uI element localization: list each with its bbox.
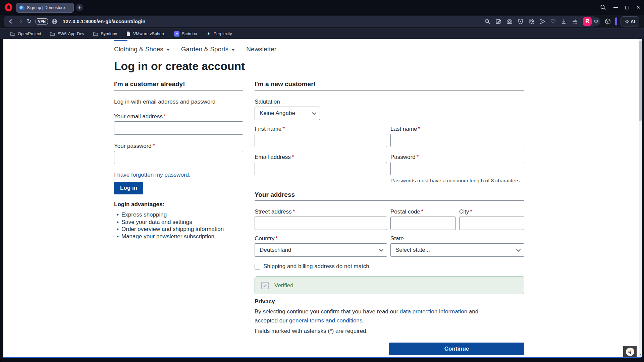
nav-item-garden-sports[interactable]: Garden & Sports — [181, 46, 235, 53]
heart-icon[interactable]: ♡ — [551, 19, 556, 24]
first-name-label: First name* — [255, 126, 285, 132]
cube-extension-icon[interactable] — [604, 18, 611, 25]
folder-icon — [10, 31, 15, 37]
close-button[interactable]: × — [636, 4, 640, 10]
forgot-password-link[interactable]: I have forgotten my password. — [114, 172, 191, 178]
nav-item-newsletter[interactable]: Newsletter — [246, 46, 276, 53]
purple-extension-icon[interactable] — [615, 17, 617, 25]
scrimba-icon: ~ — [174, 31, 179, 37]
state-select[interactable]: Select state... — [390, 243, 524, 257]
country-select[interactable]: Deutschland — [255, 243, 387, 257]
required-mark: * — [421, 208, 424, 215]
captcha-verified-box: ✓ Verified — [255, 277, 524, 294]
divider — [114, 90, 243, 91]
login-button[interactable]: Log in — [114, 182, 143, 194]
bookmark-scrimba[interactable]: ~ Scrimba — [174, 31, 197, 37]
bookmark-sw6-app-dev[interactable]: SW6-App-Dev — [50, 31, 84, 37]
aria-ai-button[interactable]: AI — [621, 16, 639, 26]
maximize-button[interactable] — [625, 6, 629, 9]
login-password-label: Your password* — [114, 143, 155, 149]
register-password-input[interactable] — [390, 162, 524, 175]
translate-icon[interactable] — [529, 18, 535, 24]
camera-icon[interactable] — [506, 18, 513, 24]
salutation-select[interactable]: Keine Angabe — [255, 107, 320, 120]
advantage-item: Manage your newsletter subscription — [115, 233, 224, 240]
adblock-shield-icon[interactable] — [518, 18, 524, 24]
required-mark: * — [293, 208, 295, 215]
privacy-text: . — [362, 317, 364, 324]
divider — [255, 200, 524, 201]
verified-checkbox[interactable]: ✓ — [261, 282, 269, 289]
continue-button[interactable]: Continue — [389, 343, 524, 355]
page-scrollbar[interactable]: ▼ — [639, 39, 642, 357]
first-name-input[interactable] — [255, 134, 387, 147]
register-email-input[interactable] — [255, 162, 387, 175]
download-icon[interactable] — [561, 18, 567, 24]
country-label: Country* — [255, 235, 278, 242]
login-password-input[interactable] — [114, 151, 243, 164]
nav-item-clothing-shoes[interactable]: Clothing & Shoes — [114, 46, 170, 53]
city-input[interactable] — [459, 217, 524, 230]
vpn-badge[interactable]: VPN — [36, 18, 48, 24]
bookmark-label: SW6-App-Dev — [57, 32, 84, 36]
terms-link[interactable]: general terms and conditions — [289, 317, 362, 324]
bookmarks-bar: OpenProject SW6-App-Dev Symfony VMware v… — [0, 28, 644, 39]
street-label: Street address* — [255, 208, 295, 215]
new-tab-button[interactable]: + — [76, 4, 83, 11]
chevron-down-icon — [379, 247, 383, 252]
advantage-item: Order overview and shipping information — [115, 226, 224, 233]
minimize-button[interactable] — [613, 7, 618, 8]
salutation-label: Salutation — [255, 99, 280, 105]
address-bar-actions: ♡ R — [484, 17, 592, 26]
login-advantages-title: Login advantages: — [114, 201, 164, 208]
login-advantages-list: Express shopping Save your data and sett… — [115, 211, 224, 240]
bookmark-label: Scrimba — [182, 32, 197, 36]
edit-snapshot-icon[interactable] — [495, 18, 501, 24]
last-name-input[interactable] — [390, 134, 524, 147]
sidebar-settings-icon[interactable] — [572, 18, 578, 24]
bug-extension-icon[interactable]: ⚙ — [592, 17, 600, 26]
site-globe-icon[interactable] — [51, 18, 57, 24]
required-mark: * — [164, 113, 166, 120]
bookmark-perplexity[interactable]: ∗ Perplexity — [206, 31, 232, 37]
tab-strip: Sign up | Demostore + × — [0, 0, 644, 15]
zoom-out-icon[interactable] — [484, 18, 490, 24]
scrollbar-thumb[interactable] — [639, 41, 642, 121]
city-label: City* — [459, 208, 472, 215]
bookmark-vmware-vsphere[interactable]: VMware vSphere — [126, 31, 165, 37]
chevron-down-icon — [516, 247, 521, 252]
bottom-accent-line — [3, 357, 641, 358]
required-fields-note: Fields marked with asterisks (*) are req… — [255, 328, 368, 335]
tab-title: Sign up | Demostore — [27, 5, 65, 10]
data-protection-link[interactable]: data protection information — [400, 308, 467, 315]
active-nav-underline — [114, 40, 127, 41]
login-email-input[interactable] — [114, 121, 243, 135]
back-icon[interactable] — [8, 18, 14, 24]
required-mark: * — [292, 154, 294, 160]
register-section-title: I'm a new customer! — [255, 80, 316, 88]
state-value: Select state... — [395, 247, 430, 253]
url-text[interactable]: 127.0.0.1:8000/en-gb/account/login — [63, 19, 145, 24]
shipping-checkbox-row: Shipping and billing address do not matc… — [255, 263, 371, 270]
bookmark-openproject[interactable]: OpenProject — [10, 31, 41, 37]
register-email-label: Email address* — [255, 154, 294, 161]
pink-r-extension-icon[interactable]: R — [583, 17, 592, 26]
opera-logo-icon[interactable] — [5, 3, 12, 11]
forward-icon[interactable] — [17, 18, 23, 24]
search-icon[interactable] — [600, 4, 606, 10]
postal-code-input[interactable] — [390, 217, 456, 230]
shipping-checkbox[interactable] — [255, 264, 260, 269]
address-section-title: Your address — [255, 191, 295, 198]
nav-label: Garden & Sports — [181, 46, 229, 53]
send-flow-icon[interactable] — [540, 18, 546, 24]
address-bar[interactable]: ↻ VPN 127.0.0.1:8000/en-gb/account/login… — [4, 16, 596, 27]
scrollbar-down-arrow[interactable]: ▼ — [639, 353, 642, 356]
browser-tab[interactable]: Sign up | Demostore — [16, 3, 74, 13]
privacy-title: Privacy — [255, 298, 275, 305]
symfony-profiler-badge[interactable]: sf — [623, 346, 637, 357]
chevron-down-icon — [312, 111, 316, 115]
perplexity-icon: ∗ — [206, 31, 211, 37]
bookmark-symfony[interactable]: Symfony — [93, 31, 117, 37]
reload-icon[interactable]: ↻ — [27, 18, 32, 24]
street-input[interactable] — [255, 217, 387, 230]
